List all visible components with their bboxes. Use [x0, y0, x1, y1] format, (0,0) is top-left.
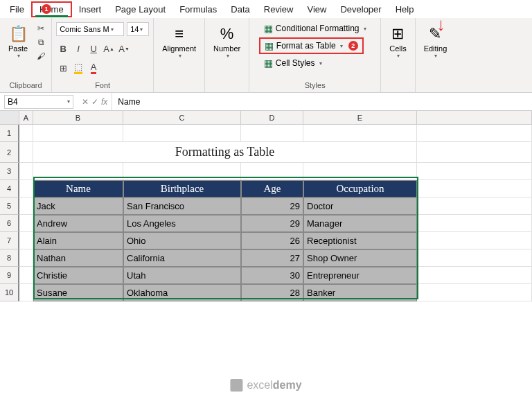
cell[interactable]: Oklahoma: [123, 284, 241, 301]
enter-formula-icon[interactable]: ✓: [91, 97, 98, 107]
cell[interactable]: [417, 232, 532, 249]
name-box[interactable]: B4▾: [4, 95, 73, 109]
cell[interactable]: [417, 163, 532, 180]
row-header[interactable]: 2: [0, 142, 19, 163]
cell[interactable]: [123, 163, 241, 180]
cancel-formula-icon[interactable]: ✕: [82, 97, 89, 107]
menu-view[interactable]: View: [300, 1, 333, 17]
cell[interactable]: [417, 284, 532, 301]
cell[interactable]: [19, 267, 33, 284]
cell[interactable]: [33, 125, 123, 142]
cell[interactable]: [19, 215, 33, 232]
header-cell-occupation[interactable]: Occupation: [303, 180, 417, 197]
cell[interactable]: [19, 163, 33, 180]
menu-help[interactable]: Help: [389, 1, 421, 17]
cell[interactable]: 30: [241, 267, 303, 284]
col-header-d[interactable]: D: [241, 111, 303, 124]
row-header[interactable]: 7: [0, 232, 19, 249]
conditional-formatting-button[interactable]: ▦ Conditional Formatting ▾: [259, 21, 371, 36]
bold-button[interactable]: B: [56, 42, 70, 55]
cell[interactable]: [417, 125, 532, 142]
row-header[interactable]: 8: [0, 249, 19, 267]
header-cell-age[interactable]: Age: [241, 180, 303, 197]
italic-button[interactable]: I: [71, 42, 85, 55]
cell[interactable]: [417, 180, 532, 197]
cell[interactable]: San Francisco: [123, 197, 241, 215]
cell[interactable]: Ohio: [123, 232, 241, 249]
fill-color-button[interactable]: ⬚: [71, 61, 85, 75]
col-header-c[interactable]: C: [123, 111, 241, 124]
cell[interactable]: [303, 163, 417, 180]
cell[interactable]: [19, 125, 33, 142]
cell[interactable]: [19, 197, 33, 215]
row-header[interactable]: 10: [0, 284, 19, 301]
menu-insert[interactable]: Insert: [72, 1, 109, 17]
cell[interactable]: [417, 142, 532, 163]
cell[interactable]: 27: [241, 249, 303, 267]
cell[interactable]: [417, 249, 532, 267]
cell[interactable]: Doctor: [303, 197, 417, 215]
paste-button[interactable]: 📋 Paste ▾: [4, 22, 32, 62]
menu-formulas[interactable]: Formulas: [172, 1, 224, 17]
cell-styles-button[interactable]: ▦ Cell Styles ▾: [259, 55, 327, 71]
col-header-f[interactable]: [417, 111, 532, 124]
row-header[interactable]: 1: [0, 125, 19, 142]
cell[interactable]: [19, 180, 33, 197]
number-button[interactable]: % Number ▾: [209, 22, 245, 62]
col-header-e[interactable]: E: [303, 111, 417, 124]
title-cell[interactable]: Formatting as Table: [33, 142, 417, 163]
col-header-a[interactable]: A: [19, 111, 33, 124]
select-all-corner[interactable]: [0, 111, 19, 124]
cell[interactable]: Nathan: [33, 249, 123, 267]
font-color-button[interactable]: A: [87, 61, 100, 75]
row-header[interactable]: 9: [0, 267, 19, 284]
cell[interactable]: Alain: [33, 232, 123, 249]
menu-file[interactable]: File: [3, 1, 31, 17]
fx-icon[interactable]: fx: [101, 97, 107, 107]
font-name-combo[interactable]: Comic Sans M▾: [56, 22, 124, 36]
header-cell-name[interactable]: Name: [33, 180, 123, 197]
increase-font-button[interactable]: A▲: [102, 42, 116, 55]
editing-button[interactable]: ✎ Editing ▾: [420, 22, 452, 62]
cell[interactable]: Jack: [33, 197, 123, 215]
cell[interactable]: Christie: [33, 267, 123, 284]
cell[interactable]: [123, 125, 241, 142]
row-header[interactable]: 3: [0, 163, 19, 180]
cell[interactable]: Andrew: [33, 215, 123, 232]
format-as-table-button[interactable]: ▦ Format as Table ▾ 2: [259, 37, 364, 54]
cell[interactable]: Manager: [303, 215, 417, 232]
cell[interactable]: Utah: [123, 267, 241, 284]
row-header[interactable]: 4: [0, 180, 19, 197]
cell[interactable]: [241, 125, 303, 142]
row-header[interactable]: 6: [0, 215, 19, 232]
cell[interactable]: [19, 232, 33, 249]
formula-input[interactable]: Name: [112, 93, 532, 110]
menu-developer[interactable]: Developer: [333, 1, 388, 17]
copy-button[interactable]: ⧉: [35, 36, 47, 49]
cell[interactable]: [33, 163, 123, 180]
cell[interactable]: 26: [241, 232, 303, 249]
cell[interactable]: [417, 267, 532, 284]
cell[interactable]: Entrepreneur: [303, 267, 417, 284]
cell[interactable]: [417, 215, 532, 232]
cell[interactable]: Shop Owner: [303, 249, 417, 267]
cell[interactable]: Susane: [33, 284, 123, 301]
cell[interactable]: Banker: [303, 284, 417, 301]
cut-button[interactable]: ✂: [35, 22, 47, 35]
col-header-b[interactable]: B: [33, 111, 123, 124]
border-button[interactable]: ⊞: [56, 61, 70, 75]
cell[interactable]: [241, 163, 303, 180]
menu-review[interactable]: Review: [257, 1, 301, 17]
cell[interactable]: [303, 125, 417, 142]
font-size-combo[interactable]: 14▾: [127, 22, 149, 36]
alignment-button[interactable]: ≡ Alignment ▾: [158, 22, 200, 62]
underline-button[interactable]: U: [87, 42, 100, 55]
cell[interactable]: 28: [241, 284, 303, 301]
menu-home[interactable]: Home: [31, 1, 72, 17]
cell[interactable]: [19, 284, 33, 301]
cells-button[interactable]: ⊞ Cells ▾: [385, 22, 410, 62]
cell[interactable]: [19, 249, 33, 267]
cell[interactable]: 29: [241, 215, 303, 232]
menu-page-layout[interactable]: Page Layout: [108, 1, 172, 17]
cell[interactable]: California: [123, 249, 241, 267]
